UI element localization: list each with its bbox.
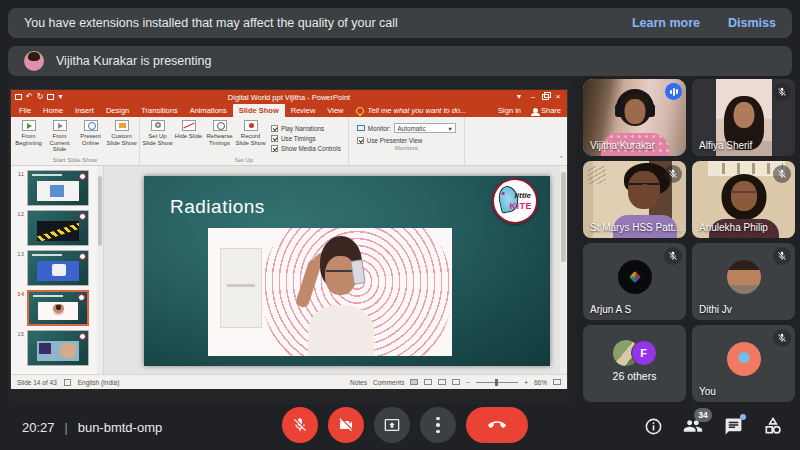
- thumbnail-scrollbar[interactable]: [97, 166, 103, 374]
- tab-file[interactable]: File: [13, 104, 37, 117]
- video-tile-vijitha-kurakar[interactable]: Vijitha Kurakar: [583, 79, 686, 156]
- avatar: [618, 260, 652, 294]
- end-call-button[interactable]: [466, 407, 528, 443]
- slide-thumbnail-13[interactable]: [27, 250, 89, 286]
- learn-more-link[interactable]: Learn more: [632, 16, 700, 30]
- tab-review[interactable]: Review: [285, 104, 322, 117]
- set-up-slide-show-icon: [151, 120, 165, 131]
- video-tile-anulekha-philip[interactable]: Anulekha Philip: [692, 161, 795, 238]
- slide-canvas[interactable]: Radiations little KITE: [104, 166, 567, 374]
- close-icon[interactable]: ×: [553, 92, 563, 102]
- canvas-scrollbar[interactable]: [560, 166, 567, 374]
- presenter-avatar: [24, 51, 44, 71]
- present-online-button[interactable]: Present Online: [75, 120, 106, 146]
- kite-logo-dot: [79, 333, 86, 340]
- share-button[interactable]: Share: [527, 104, 567, 117]
- set-up-slide-show-button[interactable]: Set Up Slide Show: [142, 120, 173, 146]
- custom-slide-show-button[interactable]: Custom Slide Show: [106, 120, 137, 146]
- use-presenter-view-checkbox[interactable]: Use Presenter View: [357, 137, 456, 144]
- slide-number: 12: [12, 210, 24, 217]
- fit-slide-icon[interactable]: [553, 379, 561, 385]
- extensions-banner: You have extensions installed that may a…: [8, 8, 792, 38]
- redo-icon[interactable]: ↻: [37, 93, 44, 101]
- participants-button[interactable]: 34: [682, 415, 704, 437]
- record-slide-show-button[interactable]: Record Slide Show: [235, 120, 266, 146]
- current-slide: Radiations little KITE: [144, 176, 550, 366]
- mic-off-icon: [773, 329, 791, 347]
- speaking-indicator-icon: [665, 83, 682, 100]
- present-button[interactable]: [374, 407, 410, 443]
- slide-counter: Slide 14 of 43: [17, 379, 57, 386]
- tab-slide-show[interactable]: Slide Show: [233, 104, 285, 117]
- undo-icon[interactable]: ↶: [26, 93, 33, 101]
- minimize-icon[interactable]: –: [528, 92, 538, 102]
- clock-time: 20:27: [22, 420, 55, 435]
- mic-off-icon: [664, 165, 682, 183]
- from-current-slide-button[interactable]: From Current Slide: [44, 120, 75, 153]
- activities-button[interactable]: [762, 415, 784, 437]
- rehearse-timings-button[interactable]: Rehearse Timings: [204, 120, 235, 146]
- meeting-details-button[interactable]: [642, 415, 664, 437]
- video-tile-dithi-jv[interactable]: Dithi Jv: [692, 243, 795, 320]
- tab-insert[interactable]: Insert: [69, 104, 100, 117]
- slide-image-woman-on-phone: [208, 228, 452, 356]
- monitor-dropdown[interactable]: Automatic ▾: [394, 123, 456, 133]
- hide-slide-button[interactable]: Hide Slide: [173, 120, 204, 140]
- collapse-ribbon-icon[interactable]: ⌃: [558, 155, 564, 163]
- zoom-level[interactable]: 66%: [534, 379, 547, 386]
- zoom-slider[interactable]: [476, 382, 518, 383]
- sign-in-button[interactable]: Sign in: [492, 104, 527, 117]
- ribbon-display-options-icon[interactable]: ▾: [514, 92, 524, 102]
- chat-button[interactable]: [722, 415, 744, 437]
- zoom-out-icon[interactable]: −: [466, 379, 470, 386]
- camera-off-button[interactable]: [328, 407, 364, 443]
- video-tile-alfiya-sherif[interactable]: Alfiya Sherif: [692, 79, 795, 156]
- screenshare-stage[interactable]: ↶ ↻ ▾ Digital World ppt Vijitha - PowerP…: [8, 80, 575, 404]
- restore-icon[interactable]: [542, 94, 549, 100]
- tab-view[interactable]: View: [321, 104, 349, 117]
- slide-thumbnail-15[interactable]: [27, 330, 89, 366]
- reading-view-icon[interactable]: [438, 379, 446, 385]
- comments-button[interactable]: Comments: [373, 379, 404, 386]
- video-tile-arjun-a-s[interactable]: Arjun A S: [583, 243, 686, 320]
- slide-thumbnail-panel[interactable]: 11 12 13 14 15: [11, 166, 104, 374]
- meeting-code: bun-bmtd-omp: [78, 420, 163, 435]
- show-media-controls-checkbox[interactable]: Show Media Controls: [271, 145, 341, 152]
- slide-thumbnail-11[interactable]: [27, 170, 89, 206]
- tell-me-box[interactable]: Tell me what you want to do...: [349, 104, 473, 117]
- video-tile-others[interactable]: F 26 others: [583, 325, 686, 402]
- monitor-label: Monitor:: [368, 125, 391, 132]
- window-title: Digital World ppt Vijitha - PowerPoint: [103, 93, 475, 102]
- tab-design[interactable]: Design: [100, 104, 135, 117]
- dismiss-link[interactable]: Dismiss: [728, 16, 776, 30]
- normal-view-icon[interactable]: [410, 379, 418, 385]
- more-options-button[interactable]: [420, 407, 456, 443]
- group-label: Set Up: [140, 156, 348, 165]
- start-slideshow-icon[interactable]: [47, 94, 54, 100]
- slide-thumbnail-12[interactable]: [27, 210, 89, 246]
- slide-thumbnail-14-selected[interactable]: [27, 290, 89, 326]
- video-tile-you[interactable]: You: [692, 325, 795, 402]
- slide-number: 14: [12, 290, 24, 297]
- chat-notification-dot: [740, 414, 746, 420]
- mic-off-button[interactable]: [282, 407, 318, 443]
- tab-home[interactable]: Home: [37, 104, 69, 117]
- qat-customize-caret-icon[interactable]: ▾: [58, 93, 62, 101]
- slide-sorter-view-icon[interactable]: [424, 379, 432, 385]
- avatar-letter: F: [631, 340, 657, 366]
- slideshow-view-icon[interactable]: [452, 379, 460, 385]
- participant-name: You: [699, 386, 716, 397]
- tab-transitions[interactable]: Transitions: [135, 104, 183, 117]
- from-beginning-button[interactable]: From Beginning: [13, 120, 44, 146]
- save-icon[interactable]: [15, 94, 22, 100]
- use-timings-checkbox[interactable]: Use Timings: [271, 135, 341, 142]
- video-tile-st-marys[interactable]: St Marys HSS Patt...: [583, 161, 686, 238]
- tab-animations[interactable]: Animations: [184, 104, 233, 117]
- zoom-in-icon[interactable]: +: [524, 379, 528, 386]
- participant-name: Alfiya Sherif: [699, 140, 752, 151]
- language-label[interactable]: English (India): [78, 379, 120, 386]
- notes-button[interactable]: Notes: [350, 379, 367, 386]
- group-start-slide-show: From Beginning From Current Slide Presen…: [11, 117, 140, 165]
- play-narrations-checkbox[interactable]: Play Narrations: [271, 125, 341, 132]
- monitor-icon: [357, 125, 365, 131]
